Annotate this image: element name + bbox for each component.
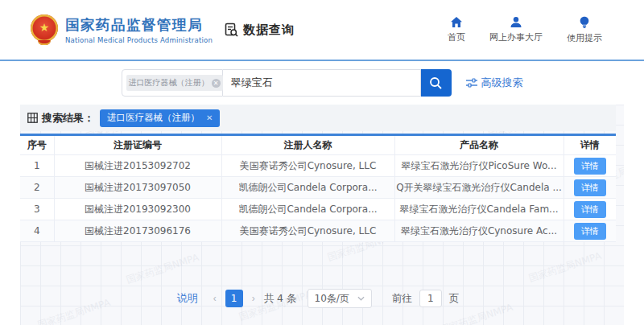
column-header-cert: 注册证编号 [54, 135, 221, 155]
note-link[interactable]: 说明 [177, 291, 198, 306]
lightbulb-icon [579, 16, 590, 29]
close-icon[interactable]: ✕ [206, 113, 213, 122]
cell-product: Q开关翠绿宝石激光治疗仪Candela ... [394, 177, 564, 199]
nav-item-usage-tips[interactable]: 使用提示 [567, 16, 602, 44]
advanced-search-label: 高级搜索 [481, 76, 523, 90]
search-input[interactable] [223, 69, 421, 97]
cell-registrant: 凯德朗公司Candela Corpora... [221, 177, 394, 199]
detail-button[interactable]: 详情 [574, 223, 606, 240]
cell-registrant: 美国赛诺秀公司Cynosure, LLC [221, 220, 394, 242]
cell-cert-no: 国械注进20153092702 [54, 155, 221, 177]
nav-label: 首页 [448, 31, 465, 43]
category-select[interactable]: 进口医疗器械（注册） ✕ [122, 69, 223, 97]
table-row: 1 国械注进20153092702 美国赛诺秀公司Cynosure, LLC 翠… [20, 155, 616, 177]
table-row: 3 国械注进20193092300 凯德朗公司Candela Corpora..… [20, 199, 616, 220]
cell-product: 翠绿宝石激光治疗仪Cynosure Ac... [394, 220, 564, 242]
cell-no: 3 [20, 199, 54, 220]
search-section: 进口医疗器械（注册） ✕ 高级搜索 [0, 61, 644, 105]
grid-icon [27, 113, 38, 123]
column-header-registrant: 注册人名称 [221, 135, 394, 155]
results-table: 序号 注册证编号 注册人名称 产品名称 详情 1 国械注进20153092702… [20, 134, 616, 242]
cell-cert-no: 国械注进20173096176 [54, 220, 221, 242]
nmpa-emblem-logo: ★ [31, 14, 58, 45]
nav-item-service-hall[interactable]: 网上办事大厅 [489, 16, 543, 44]
detail-button[interactable]: 详情 [574, 179, 606, 196]
cell-detail: 详情 [564, 155, 616, 177]
active-filter-tag: 进口医疗器械（注册） ✕ [100, 109, 220, 127]
goto-page-input[interactable] [419, 290, 442, 307]
cell-no: 4 [20, 220, 54, 242]
org-title: 国家药品监督管理局 [65, 15, 213, 35]
header-nav: 首页 网上办事大厅 使用提示 [448, 16, 602, 44]
cell-no: 2 [20, 177, 54, 199]
column-header-product: 产品名称 [394, 135, 564, 155]
watermark-text: 国家药监局NMPA [527, 249, 604, 286]
total-count-label: 共 4 条 [264, 292, 297, 306]
active-filter-tag-label: 进口医疗器械（注册） [107, 112, 200, 124]
app-title: 数据查询 [243, 23, 295, 38]
cell-product: 翠绿宝石激光治疗仪PicoSure Wo... [394, 155, 564, 177]
cell-detail: 详情 [564, 177, 616, 199]
clear-category-icon[interactable]: ✕ [212, 79, 221, 88]
page-size-label: 10条/页 [315, 292, 349, 306]
prev-page-button[interactable]: ‹ [212, 293, 218, 304]
page-size-select[interactable]: 10条/页 [308, 289, 372, 308]
filter-sliders-icon [466, 78, 477, 88]
cell-detail: 详情 [564, 220, 616, 242]
current-page-button[interactable]: 1 [225, 290, 243, 307]
chevron-down-icon [357, 296, 365, 301]
data-query-icon [224, 23, 239, 38]
detail-button[interactable]: 详情 [574, 158, 606, 175]
column-header-detail: 详情 [564, 135, 616, 155]
cell-registrant: 美国赛诺秀公司Cynosure, LLC [221, 155, 394, 177]
org-subtitle: National Medical Products Administration [65, 36, 213, 44]
app-title-group: 数据查询 [224, 23, 295, 38]
cell-registrant: 凯德朗公司Candela Corpora... [221, 199, 394, 220]
results-section: 国家药监局NMPA国家药监局NMPA国家药监局NMPA国家药监局NMPA国家药监… [20, 105, 624, 325]
nav-label: 使用提示 [567, 32, 602, 44]
cell-cert-no: 国械注进20173097050 [54, 177, 221, 199]
top-header: ★ 国家药品监督管理局 National Medical Products Ad… [0, 0, 644, 60]
nav-label: 网上办事大厅 [489, 31, 543, 43]
home-icon [450, 16, 463, 28]
search-button[interactable] [421, 69, 452, 97]
cell-cert-no: 国械注进20193092300 [54, 199, 221, 220]
nav-item-home[interactable]: 首页 [448, 16, 465, 44]
advanced-search-link[interactable]: 高级搜索 [466, 76, 523, 90]
table-row: 2 国械注进20173097050 凯德朗公司Candela Corpora..… [20, 177, 616, 199]
cell-detail: 详情 [564, 199, 616, 220]
search-icon [429, 76, 443, 90]
results-table-head: 序号 注册证编号 注册人名称 产品名称 详情 [20, 135, 616, 155]
detail-button[interactable]: 详情 [574, 201, 606, 218]
results-label: 搜索结果： [42, 111, 94, 125]
goto-label: 前往 [392, 292, 412, 306]
next-page-button[interactable]: › [250, 293, 257, 304]
goto-suffix-label: 页 [449, 292, 460, 306]
watermark-text: 国家药监局NMPA [125, 251, 201, 287]
results-table-body: 1 国械注进20153092702 美国赛诺秀公司Cynosure, LLC 翠… [20, 155, 616, 242]
cell-no: 1 [20, 155, 54, 177]
user-icon [510, 16, 522, 28]
search-group: 进口医疗器械（注册） ✕ [122, 69, 452, 97]
header-row: 序号 注册证编号 注册人名称 产品名称 详情 [20, 135, 616, 155]
results-bar: 搜索结果： 进口医疗器械（注册） ✕ [20, 105, 616, 131]
category-tag-label: 进口医疗器械（注册） [129, 77, 209, 88]
column-header-no: 序号 [20, 135, 54, 155]
cell-product: 翠绿宝石激光治疗仪Candela Fam... [394, 199, 564, 220]
category-tag: 进口医疗器械（注册） ✕ [126, 75, 223, 91]
table-row: 4 国械注进20173096176 美国赛诺秀公司Cynosure, LLC 翠… [20, 220, 616, 242]
org-title-block: 国家药品监督管理局 National Medical Products Admi… [65, 15, 213, 44]
pagination: 说明 ‹ 1 › 共 4 条 10条/页 前往 页 [20, 289, 616, 308]
